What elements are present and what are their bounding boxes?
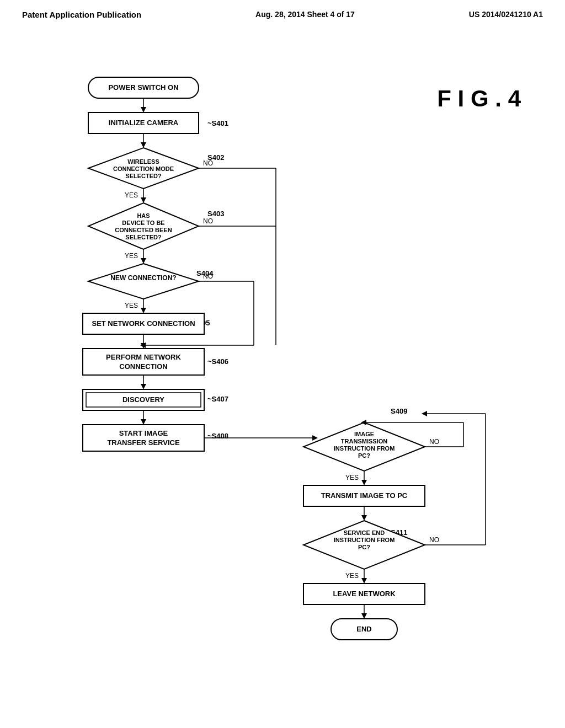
svg-marker-28	[141, 258, 146, 264]
svg-marker-3	[141, 107, 146, 113]
svg-text:NO: NO	[203, 217, 213, 225]
svg-marker-86	[361, 515, 367, 521]
svg-text:LEAVE NETWORK: LEAVE NETWORK	[333, 590, 396, 598]
svg-marker-99	[361, 578, 367, 584]
svg-text:WIRELESS: WIRELESS	[127, 158, 159, 165]
svg-text:NEW CONNECTION?: NEW CONNECTION?	[110, 274, 176, 282]
svg-text:SERVICE END: SERVICE END	[344, 529, 385, 536]
svg-text:YES: YES	[125, 302, 138, 309]
svg-marker-105	[361, 613, 367, 619]
svg-text:TRANSFER SERVICE: TRANSFER SERVICE	[107, 438, 180, 447]
svg-text:YES: YES	[125, 191, 138, 199]
svg-text:HAS: HAS	[137, 212, 150, 219]
svg-text:TRANSMISSION: TRANSMISSION	[341, 438, 387, 445]
svg-text:YES: YES	[125, 252, 138, 260]
page-header: Patent Application Publication Aug. 28, …	[0, 0, 565, 19]
flowchart-diagram: POWER SWITCH ON ~S401 INITIALIZE CAMERA …	[22, 72, 541, 711]
svg-text:NO: NO	[203, 272, 213, 280]
svg-text:SET NETWORK CONNECTION: SET NETWORK CONNECTION	[92, 319, 195, 328]
svg-text:NO: NO	[429, 536, 439, 544]
svg-text:DEVICE TO BE: DEVICE TO BE	[122, 220, 164, 226]
svg-text:CONNECTED BEEN: CONNECTED BEEN	[115, 227, 172, 233]
svg-text:S403: S403	[207, 210, 224, 218]
svg-text:INSTRUCTION FROM: INSTRUCTION FROM	[334, 537, 395, 543]
svg-text:CONNECTION MODE: CONNECTION MODE	[113, 165, 174, 172]
svg-text:YES: YES	[345, 572, 359, 580]
svg-marker-36	[141, 308, 146, 313]
svg-marker-80	[361, 480, 367, 485]
svg-text:SELECTED?: SELECTED?	[125, 234, 162, 240]
svg-text:INSTRUCTION FROM: INSTRUCTION FROM	[334, 445, 395, 452]
header-publication: Patent Application Publication	[22, 10, 141, 19]
svg-text:INITIALIZE CAMERA: INITIALIZE CAMERA	[109, 119, 179, 127]
svg-text:~S407: ~S407	[207, 395, 228, 403]
svg-text:S409: S409	[391, 407, 407, 415]
svg-text:~S408: ~S408	[207, 432, 228, 440]
svg-text:END: END	[356, 625, 371, 633]
svg-marker-17	[141, 197, 146, 203]
svg-text:SELECTED?: SELECTED?	[125, 173, 162, 179]
svg-text:START IMAGE: START IMAGE	[119, 429, 168, 437]
svg-marker-58	[141, 419, 146, 425]
svg-text:NO: NO	[203, 159, 213, 167]
header-date-sheet: Aug. 28, 2014 Sheet 4 of 17	[255, 10, 355, 19]
svg-marker-20	[88, 203, 199, 249]
svg-text:PC?: PC?	[358, 544, 370, 550]
svg-text:~S406: ~S406	[207, 357, 228, 366]
svg-marker-8	[141, 142, 146, 148]
svg-text:PC?: PC?	[358, 452, 370, 459]
svg-text:YES: YES	[345, 474, 359, 481]
svg-text:CONNECTION: CONNECTION	[119, 362, 167, 371]
svg-marker-64	[312, 435, 318, 441]
svg-text:POWER SWITCH ON: POWER SWITCH ON	[108, 83, 178, 92]
svg-text:IMAGE: IMAGE	[354, 431, 374, 437]
svg-marker-97	[422, 411, 427, 416]
svg-text:DISCOVERY: DISCOVERY	[122, 395, 164, 404]
header-patent-number: US 2014/0241210 A1	[469, 10, 543, 19]
svg-text:PERFORM NETWORK: PERFORM NETWORK	[106, 353, 181, 361]
svg-marker-52	[141, 384, 146, 389]
svg-text:~S401: ~S401	[207, 119, 228, 127]
svg-text:TRANSMIT IMAGE TO PC: TRANSMIT IMAGE TO PC	[321, 491, 408, 500]
svg-text:NO: NO	[429, 438, 439, 446]
